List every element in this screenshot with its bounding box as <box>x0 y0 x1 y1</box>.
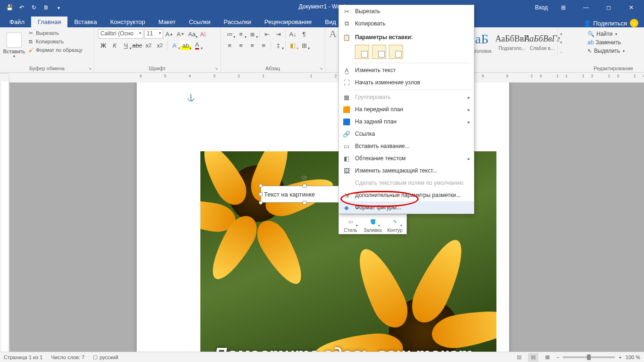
resize-handle[interactable] <box>259 184 263 188</box>
tab-insert[interactable]: Вставка <box>67 16 103 27</box>
ctx-edit-text[interactable]: A̲Изменить текст <box>339 64 474 76</box>
view-read-icon[interactable]: ▥ <box>514 353 524 362</box>
change-case-icon[interactable]: Aa <box>187 29 197 39</box>
line-spacing-icon[interactable]: ‡ <box>273 41 283 50</box>
font-color-icon[interactable]: A <box>192 41 202 50</box>
format-painter-button[interactable]: 🖌Формат по образцу <box>26 46 83 54</box>
rotate-handle-icon[interactable]: ⟳ <box>302 174 307 181</box>
resize-handle[interactable] <box>259 201 263 205</box>
clear-format-icon[interactable]: A⃠ <box>198 29 208 39</box>
style-card-emphasis[interactable]: АаБбВвГгСлабое в... <box>527 29 557 56</box>
tab-design[interactable]: Конструктор <box>104 16 152 27</box>
tab-file[interactable]: Файл <box>3 16 31 27</box>
status-language[interactable]: ▢русский <box>93 354 118 360</box>
paragraph-dialog-icon[interactable]: ↘ <box>318 66 324 71</box>
zoom-in-icon[interactable]: + <box>619 354 621 360</box>
zoom-out-icon[interactable]: − <box>556 354 559 360</box>
tab-layout[interactable]: Макет <box>152 16 182 27</box>
textbox-shape[interactable]: Текст на картинке ⟳ <box>261 186 348 203</box>
sort-icon[interactable]: A↓ <box>288 29 298 39</box>
subscript-icon[interactable]: x2 <box>143 41 154 50</box>
status-word-count[interactable]: Число слов: 7 <box>51 354 84 360</box>
ctx-format-shape[interactable]: ◆Формат фигуры... <box>339 201 474 214</box>
resize-handle[interactable] <box>303 184 306 188</box>
login-link[interactable]: Вход <box>535 4 548 11</box>
horizontal-ruler[interactable]: L 6 5 4 3 2 1 1 2 3 4 5 6 7 8 9 10 11 12… <box>0 73 644 82</box>
tab-references[interactable]: Ссылки <box>182 16 217 27</box>
new-doc-icon[interactable]: 🗎 <box>41 2 52 13</box>
view-print-icon[interactable]: ▤ <box>528 353 538 362</box>
align-center-icon[interactable]: ≡ <box>236 41 246 50</box>
decrease-indent-icon[interactable]: ⇤ <box>262 29 272 39</box>
multilevel-icon[interactable]: ≣ <box>247 29 257 39</box>
numbering-icon[interactable]: ≡ <box>236 29 246 39</box>
paste-merge-icon[interactable] <box>372 45 386 59</box>
cut-button[interactable]: ✂Вырезать <box>26 29 83 37</box>
ctx-send-back[interactable]: 🟦На задний план▸ <box>339 115 474 128</box>
resize-handle[interactable] <box>259 192 263 196</box>
status-page[interactable]: Страница 1 из 1 <box>4 354 42 360</box>
font-size-combo[interactable]: 11 <box>144 29 163 39</box>
ctx-insert-caption[interactable]: ▭Вставить название... <box>339 140 474 152</box>
copy-button[interactable]: ⧉Копировать <box>26 38 83 45</box>
replace-button[interactable]: abЗаменить <box>586 39 626 46</box>
document-area[interactable]: ⚓ Поместите здесь ваш текст Текст на кар… <box>9 82 644 352</box>
underline-icon[interactable]: Ч <box>121 41 131 50</box>
strike-icon[interactable]: abc <box>132 41 142 50</box>
redo-icon[interactable]: ↻ <box>28 2 40 13</box>
ctx-copy[interactable]: ⧉Копировать <box>339 17 474 30</box>
ctx-more-layout[interactable]: ⇲Дополнительные параметры разметки... <box>339 189 474 201</box>
paste-button[interactable]: Вставить ▾ <box>4 29 25 61</box>
align-left-icon[interactable]: ≡ <box>224 41 235 50</box>
undo-icon[interactable]: ↶ <box>16 2 27 13</box>
maximize-icon[interactable]: ◻ <box>598 0 619 15</box>
select-button[interactable]: ↖Выделить▾ <box>586 47 626 55</box>
tab-review[interactable]: Рецензирование <box>258 16 318 27</box>
clipboard-dialog-icon[interactable]: ↘ <box>87 66 93 71</box>
text-effects-icon[interactable]: A <box>169 41 180 50</box>
justify-icon[interactable]: ≡ <box>258 41 269 50</box>
close-icon[interactable]: ✕ <box>620 0 642 15</box>
zoom-slider[interactable] <box>563 356 615 358</box>
paste-picture-icon[interactable] <box>389 45 403 59</box>
zoom-level[interactable]: 100 % <box>626 354 640 360</box>
vertical-ruler[interactable] <box>0 74 9 352</box>
textbox-content[interactable]: Текст на картинке <box>264 191 315 198</box>
grow-font-icon[interactable]: A▲ <box>164 29 174 39</box>
ctx-bring-front[interactable]: 🟧На передний план▸ <box>339 103 474 115</box>
resize-handle[interactable] <box>303 201 306 205</box>
italic-icon[interactable]: К <box>109 41 120 50</box>
find-button[interactable]: 🔍Найти▾ <box>586 30 626 38</box>
superscript-icon[interactable]: x2 <box>155 41 165 50</box>
feedback-icon[interactable]: ☺ <box>630 19 638 27</box>
paste-keep-format-icon[interactable] <box>355 45 369 59</box>
ctx-edit-nodes[interactable]: ⛶Начать изменение узлов <box>339 76 474 89</box>
increase-indent-icon[interactable]: ⇥ <box>273 29 283 39</box>
save-icon[interactable]: 💾 <box>4 2 15 13</box>
tab-mailings[interactable]: Рассылки <box>217 16 257 27</box>
shrink-font-icon[interactable]: A▼ <box>175 29 186 39</box>
font-name-combo[interactable]: Calibri (Осно <box>98 29 143 39</box>
font-dialog-icon[interactable]: ↘ <box>214 66 219 71</box>
mini-fill-button[interactable]: 🪣▾Заливка <box>363 216 382 233</box>
bold-icon[interactable]: Ж <box>98 41 108 50</box>
ctx-link[interactable]: 🔗Ссылка <box>339 128 474 140</box>
bullets-icon[interactable]: ≔ <box>224 29 235 39</box>
qat-dropdown-icon[interactable]: ▾ <box>53 2 64 13</box>
ctx-edit-alt[interactable]: 🖼Изменить замещающий текст... <box>339 165 474 177</box>
style-card-subtitle[interactable]: АаБбВвГПодзаголо... <box>497 29 527 56</box>
borders-icon[interactable]: ⊞ <box>299 41 309 50</box>
mini-outline-button[interactable]: ✎▾Контур <box>386 216 405 233</box>
tab-home[interactable]: Главная <box>31 16 67 27</box>
mini-style-button[interactable]: ▭▾Стиль <box>341 216 360 233</box>
show-marks-icon[interactable]: ¶ <box>299 29 309 39</box>
styles-scroll[interactable]: ▴▾⌄ <box>557 29 565 56</box>
share-button[interactable]: 👤Поделиться <box>584 20 627 27</box>
align-right-icon[interactable]: ≡ <box>247 41 257 50</box>
minimize-icon[interactable]: ― <box>575 0 597 15</box>
shading-icon[interactable]: ◧ <box>288 41 298 50</box>
ctx-text-wrap[interactable]: ◧Обтекание текстом▸ <box>339 152 474 165</box>
highlight-icon[interactable]: ab <box>181 41 191 50</box>
view-web-icon[interactable]: ▦ <box>542 353 553 362</box>
ctx-cut[interactable]: ✂Вырезать <box>339 5 474 17</box>
